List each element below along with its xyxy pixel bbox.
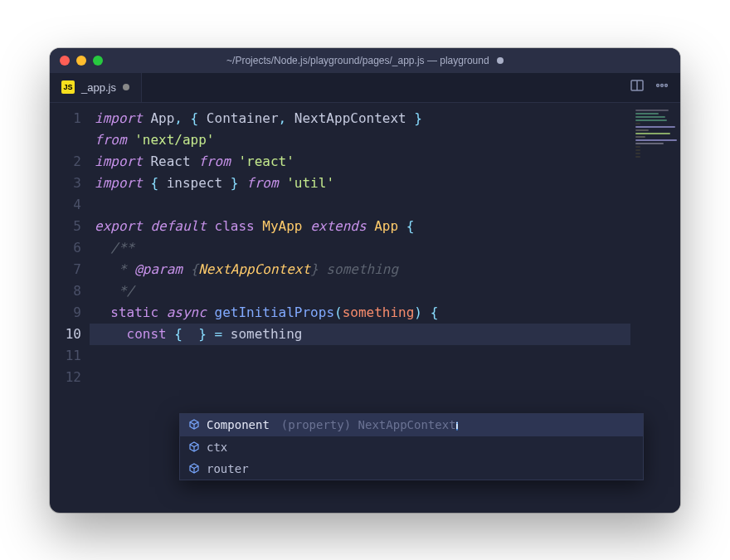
- code-line[interactable]: /**: [90, 237, 630, 259]
- minimap-line: [635, 119, 667, 121]
- autocomplete-label: ctx: [207, 441, 227, 454]
- modified-dot-icon: [497, 57, 504, 64]
- minimap-line: [635, 123, 640, 124]
- tabbar-spacer: [142, 73, 619, 102]
- code-line[interactable]: export default class MyApp extends App {: [90, 216, 630, 237]
- tabbar-actions: [619, 73, 680, 102]
- code-line[interactable]: import App, { Container, NextAppContext …: [90, 108, 630, 129]
- line-number: 9: [50, 302, 81, 324]
- split-editor-icon[interactable]: [630, 79, 644, 95]
- line-gutter: 123456789101112: [50, 103, 90, 513]
- minimap-line: [635, 156, 640, 158]
- tab-modified-dot-icon: [123, 84, 129, 90]
- minimap-line: [635, 139, 677, 141]
- autocomplete-detail: (property) NextAppContexti: [281, 418, 635, 432]
- minimap-line: [635, 126, 675, 128]
- minimap-line: [635, 149, 640, 151]
- line-number: 7: [50, 259, 81, 280]
- minimap-line: [635, 133, 670, 134]
- line-number: 5: [50, 216, 81, 237]
- line-number: 4: [50, 194, 81, 216]
- more-actions-icon[interactable]: [655, 79, 669, 95]
- code-line[interactable]: */: [90, 280, 630, 302]
- minimap-line: [635, 153, 640, 154]
- line-number: 6: [50, 237, 81, 259]
- autocomplete-label: Component: [207, 418, 270, 431]
- minimap-line: [635, 110, 669, 111]
- window-title: ~/Projects/Node.js/playground/pages/_app…: [50, 55, 680, 66]
- code-line[interactable]: import { inspect } from 'util': [90, 173, 630, 194]
- autocomplete-item[interactable]: ctx: [180, 436, 643, 458]
- code-line[interactable]: static async getInitialProps(something) …: [90, 302, 630, 324]
- js-file-icon: JS: [61, 80, 75, 94]
- tab-app-js[interactable]: JS _app.js: [50, 73, 142, 102]
- svg-point-2: [657, 85, 659, 87]
- line-number: 11: [50, 345, 81, 367]
- svg-point-4: [665, 85, 668, 87]
- autocomplete-label: router: [207, 462, 249, 475]
- code-line[interactable]: from 'next/app': [90, 129, 630, 151]
- traffic-lights: [60, 56, 103, 66]
- minimap-line: [635, 116, 665, 118]
- property-icon: [188, 463, 200, 475]
- line-number: 10: [50, 324, 81, 345]
- code-line[interactable]: [90, 194, 630, 216]
- code-line[interactable]: * @param {NextAppContext} something: [90, 259, 630, 280]
- titlebar[interactable]: ~/Projects/Node.js/playground/pages/_app…: [50, 48, 680, 73]
- minimap-line: [635, 146, 640, 148]
- code-line[interactable]: [90, 345, 630, 367]
- line-number: 8: [50, 280, 81, 302]
- autocomplete-popup[interactable]: Component(property) NextAppContextictxro…: [179, 413, 644, 480]
- line-number: [50, 129, 81, 151]
- code-line[interactable]: const { } = something: [90, 324, 630, 345]
- minimap-line: [635, 113, 659, 114]
- editor-window: ~/Projects/Node.js/playground/pages/_app…: [50, 48, 680, 513]
- code-line[interactable]: [90, 367, 630, 388]
- info-icon[interactable]: i: [456, 421, 459, 431]
- property-icon: [188, 419, 200, 431]
- autocomplete-item[interactable]: router: [180, 458, 643, 480]
- minimap-line: [635, 129, 649, 131]
- line-number: 12: [50, 367, 81, 388]
- tab-filename: _app.js: [81, 81, 116, 94]
- code-line[interactable]: import React from 'react': [90, 151, 630, 173]
- minimize-icon[interactable]: [76, 56, 86, 66]
- svg-point-3: [661, 85, 664, 87]
- minimap-line: [635, 136, 645, 138]
- line-number: 2: [50, 151, 81, 173]
- zoom-icon[interactable]: [93, 56, 103, 66]
- line-number: 3: [50, 173, 81, 194]
- minimap-line: [635, 143, 664, 144]
- close-icon[interactable]: [60, 56, 70, 66]
- tab-bar: JS _app.js: [50, 73, 680, 103]
- window-title-text: ~/Projects/Node.js/playground/pages/_app…: [226, 55, 489, 66]
- autocomplete-item[interactable]: Component(property) NextAppContexti: [180, 414, 643, 436]
- property-icon: [188, 441, 200, 453]
- line-number: 1: [50, 108, 81, 129]
